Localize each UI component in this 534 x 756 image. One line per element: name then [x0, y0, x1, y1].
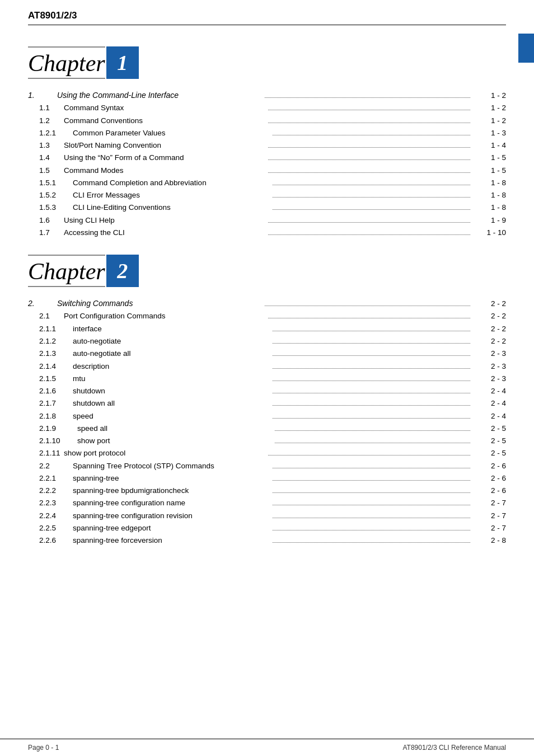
toc-label: spanning-tree forceversion [73, 534, 270, 547]
toc-page: 2 - 3 [472, 373, 506, 385]
header: AT8901/2/3 [0, 0, 534, 25]
toc-page: 2 - 4 [472, 385, 506, 397]
footer-page: Page 0 - 1 [28, 744, 59, 752]
toc-page: 2 - 5 [472, 435, 506, 447]
toc-dots [268, 222, 470, 223]
toc-page: 1 - 8 [472, 189, 506, 201]
toc-entry-1-1: 1.1 Command Syntax 1 - 2 [28, 102, 506, 114]
toc-entry-1-5-3: 1.5.3 CLI Line-Editing Conventions 1 - 8 [28, 201, 506, 214]
toc-entry-2-1-8: 2.1.8 speed 2 - 4 [28, 410, 506, 422]
toc-entry-2-2-5: 2.2.4 spanning-tree configuration revisi… [28, 510, 506, 522]
toc-label: Spanning Tree Protocol (STP) Commands [73, 460, 270, 472]
toc-label: show port protocol [64, 447, 266, 459]
toc-entry-2-1: 2.1 Port Configuration Commands 2 - 2 [28, 310, 506, 322]
toc-num: 2.1.3 [39, 348, 73, 360]
toc-label: Command Completion and Abbreviation [73, 177, 270, 189]
toc-num: 2.1.7 [39, 397, 73, 410]
toc-page: 2 - 4 [472, 410, 506, 422]
toc-entry-2-1-7: 2.1.7 shutdown all 2 - 4 [28, 397, 506, 410]
toc-entry-2-1-4: 2.1.4 description 2 - 3 [28, 360, 506, 373]
toc-num: 2.1.1 [39, 323, 73, 335]
toc-entry-2-2-7: 2.2.6 spanning-tree forceversion 2 - 8 [28, 534, 506, 547]
toc-label: speed [73, 410, 270, 422]
toc-entry-2-1-6: 2.1.6 shutdown 2 - 4 [28, 385, 506, 397]
toc-num: 2.1.6 [39, 385, 73, 397]
toc-page: 1 - 8 [472, 201, 506, 214]
toc-entry-2-1-3: 2.1.3 auto-negotiate all 2 - 3 [28, 348, 506, 360]
chapter2-heading: Chapter 2 [28, 255, 506, 287]
toc-entry-2: 2. Switching Commands 2 - 2 [28, 297, 506, 310]
toc-label: spanning-tree edgeport [73, 522, 270, 534]
toc-num: 2.1.4 [39, 360, 73, 373]
footer: Page 0 - 1 AT8901/2/3 CLI Reference Manu… [0, 739, 534, 756]
toc-num: 1.2 [39, 115, 64, 127]
footer-manual: AT8901/2/3 CLI Reference Manual [402, 744, 506, 752]
toc-page: 2 - 4 [472, 397, 506, 410]
toc-entry-2-1-1: 2.1.1 interface 2 - 2 [28, 323, 506, 335]
toc-label: spanning-tree configuration revision [73, 510, 270, 522]
toc-page: 2 - 2 [472, 335, 506, 348]
toc-dots [273, 480, 470, 481]
toc-dots [273, 209, 470, 210]
toc-page: 2 - 5 [472, 447, 506, 459]
header-title: AT8901/2/3 [28, 10, 506, 21]
toc-dots [273, 368, 470, 369]
toc-dots [273, 135, 470, 135]
toc-entry-2-1-2: 2.1.2 auto-negotiate 2 - 2 [28, 335, 506, 348]
toc-label: Switching Commands [57, 297, 263, 310]
toc-dots [268, 110, 470, 110]
toc-label: Using CLI Help [64, 214, 266, 227]
toc-page: 1 - 3 [472, 127, 506, 139]
toc-num: 2.1.5 [39, 373, 73, 385]
toc-label: show port [77, 435, 273, 447]
toc-label: CLI Error Messages [73, 189, 270, 201]
toc-label: auto-negotiate [73, 335, 270, 348]
toc-num: 1.6 [39, 214, 64, 227]
toc-page: 2 - 3 [472, 348, 506, 360]
toc-entry-2-2-3: 2.2.2 spanning-tree bpdumigrationcheck 2… [28, 485, 506, 497]
toc-dots [273, 492, 470, 493]
toc-num: 1.3 [39, 139, 64, 152]
toc-page: 2 - 6 [472, 472, 506, 485]
toc-entry-1-3: 1.3 Slot/Port Naming Convention 1 - 4 [28, 139, 506, 152]
toc-entry-1-7: 1.7 Accessing the CLI 1 - 10 [28, 227, 506, 239]
toc-num: 2.1.8 [39, 410, 73, 422]
toc-dots [275, 430, 470, 431]
toc-page: 2 - 7 [472, 510, 506, 522]
chapter1-number: 1 [106, 46, 139, 79]
toc-entry-2-2-1: 2.2 Spanning Tree Protocol (STP) Command… [28, 460, 506, 472]
toc-entry-2-2-2: 2.2.1 spanning-tree 2 - 6 [28, 472, 506, 485]
toc-page: 1 - 10 [472, 227, 506, 239]
toc-entry-2-2: 2.1.11 show port protocol 2 - 5 [28, 447, 506, 459]
toc-label: Using the Command-Line Interface [57, 89, 263, 102]
chapter2-label: Chapter [28, 255, 105, 287]
toc-label: speed all [77, 422, 273, 435]
toc-label: shutdown [73, 385, 270, 397]
toc-dots [273, 343, 470, 344]
chapter1-toc: 1. Using the Command-Line Interface 1 - … [28, 89, 506, 239]
toc-dots [273, 393, 470, 393]
toc-label: spanning-tree [73, 472, 270, 485]
toc-label: description [73, 360, 270, 373]
toc-dots [268, 123, 470, 123]
toc-page: 2 - 6 [472, 460, 506, 472]
toc-dots [268, 147, 470, 148]
toc-page: 1 - 2 [472, 90, 506, 102]
toc-page: 2 - 2 [472, 323, 506, 335]
toc-page: 1 - 2 [472, 102, 506, 114]
toc-label: Slot/Port Naming Convention [64, 139, 266, 152]
toc-label: auto-negotiate all [73, 348, 270, 360]
right-tab-decoration [518, 34, 534, 63]
toc-page: 2 - 2 [472, 298, 506, 310]
toc-entry-2-2-6: 2.2.5 spanning-tree edgeport 2 - 7 [28, 522, 506, 534]
toc-entry-1-2: 1.2 Command Conventions 1 - 2 [28, 115, 506, 127]
toc-dots [273, 355, 470, 356]
toc-dots [273, 418, 470, 419]
toc-num: 2.1.11 [39, 447, 64, 459]
toc-dots [273, 530, 470, 530]
toc-entry-2-1-10: 2.1.10 show port 2 - 5 [28, 435, 506, 447]
chapter1-label: Chapter [28, 46, 105, 79]
toc-dots [268, 318, 470, 318]
toc-label: Using the “No” Form of a Command [64, 152, 266, 164]
toc-label: Port Configuration Commands [64, 310, 266, 322]
